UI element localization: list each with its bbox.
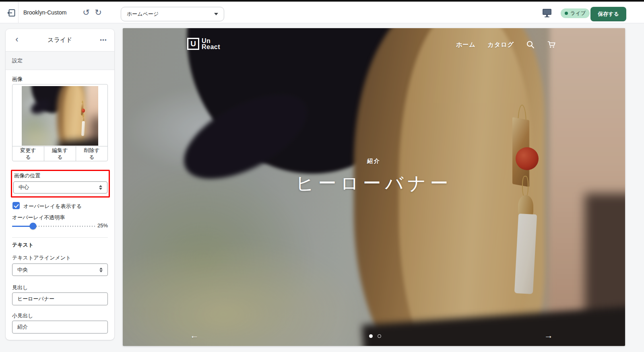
topbar-divider [18, 2, 19, 23]
subheading-field-label: 小見出し [12, 312, 33, 319]
photo-shape-earring-chain [83, 114, 84, 118]
select-updown-icon [99, 185, 102, 190]
overlay-checkbox[interactable] [12, 202, 20, 209]
back-button[interactable]: ‹ [12, 35, 22, 45]
nav-link-home[interactable]: ホーム [456, 41, 476, 49]
overflow-menu-button[interactable]: ⋯ [98, 35, 109, 45]
image-action-buttons: 変更する 編集する 削除する [12, 146, 107, 161]
save-button[interactable]: 保存する [590, 7, 626, 21]
image-change-button[interactable]: 変更する [12, 146, 44, 161]
cart-icon[interactable] [547, 40, 556, 49]
heading-input[interactable] [12, 292, 108, 305]
image-field-label: 画像 [12, 76, 23, 83]
store-nav: ホーム カタログ [456, 40, 556, 49]
prev-arrow-icon: ← [190, 330, 199, 341]
exit-icon [6, 8, 16, 18]
device-preview-button[interactable] [542, 8, 553, 18]
logo-wordmark: Un React [202, 38, 220, 50]
image-position-select[interactable]: 中心 [13, 181, 107, 193]
image-delete-button[interactable]: 削除する [76, 146, 107, 161]
photo-shape-glow [22, 126, 58, 146]
image-thumbnail [22, 86, 98, 146]
slide-next-button[interactable]: → [543, 330, 554, 341]
opacity-slider-thumb[interactable] [29, 223, 36, 230]
image-position-value: 中心 [19, 184, 29, 191]
slide-dots [369, 334, 381, 338]
slide-dot-1[interactable] [369, 334, 373, 338]
redo-icon: ↻ [95, 8, 102, 17]
live-dot-icon [565, 12, 568, 15]
settings-sidebar: ‹ スライド ⋯ 設定 画像 変更する 編集する 削除する 画像の位 [6, 29, 114, 340]
theme-preview: U Un React ホーム カタログ 紹介 ヒーローバナー ← → [123, 28, 625, 346]
hero-heading: ヒーローバナー [123, 171, 625, 196]
image-edit-label: 編集する [51, 147, 69, 161]
exit-editor-button[interactable] [5, 6, 18, 19]
section-divider [12, 237, 108, 238]
search-icon[interactable] [526, 40, 535, 49]
text-alignment-select[interactable]: 中央 [12, 263, 108, 276]
overlay-opacity-slider[interactable] [12, 223, 95, 229]
undo-icon: ↺ [83, 8, 90, 17]
store-logo[interactable]: U Un React [187, 38, 220, 50]
overlay-opacity-label: オーバーレイ不透明率 [12, 214, 65, 221]
redo-button[interactable]: ↻ [93, 7, 104, 18]
image-change-label: 変更する [19, 147, 37, 161]
image-position-label: 画像の位置 [14, 172, 40, 179]
page-selector-dropdown[interactable]: ホームページ [121, 7, 224, 21]
text-alignment-value: 中央 [17, 266, 28, 274]
select-updown-icon [99, 268, 103, 272]
dropdown-caret-icon [214, 13, 218, 15]
subheading-input[interactable] [12, 321, 108, 333]
image-delete-label: 削除する [83, 147, 101, 161]
page-selector-value: ホームページ [127, 10, 159, 18]
back-chevron-icon: ‹ [15, 35, 18, 44]
theme-name: Brooklyn-Custom [23, 2, 66, 23]
text-section-header: テキスト [12, 241, 33, 249]
text-alignment-label: テキストアラインメント [12, 254, 71, 261]
image-media-box: 変更する 編集する 削除する [12, 84, 108, 161]
logo-line2: React [202, 43, 220, 50]
undo-button[interactable]: ↺ [80, 7, 92, 18]
live-status-badge: ライブ [561, 8, 590, 18]
heading-field-label: 見出し [12, 284, 28, 291]
hero-photo [22, 86, 98, 146]
nav-link-catalog[interactable]: カタログ [488, 41, 514, 49]
photo-shape-hair-front [64, 86, 85, 146]
overflow-icon: ⋯ [100, 36, 107, 44]
monitor-icon [542, 8, 552, 18]
hero-text-block: 紹介 ヒーローバナー [123, 158, 625, 196]
logo-mark: U [187, 38, 199, 50]
sidebar-header: ‹ スライド ⋯ [6, 29, 114, 51]
slide-dot-2[interactable] [378, 334, 381, 338]
overlay-checkbox-label: オーバーレイを表示する [23, 203, 82, 210]
topbar: Brooklyn-Custom ↺ ↻ ホームページ ライブ 保存する [0, 2, 644, 23]
overlay-opacity-value: 25% [92, 222, 108, 228]
live-badge-label: ライブ [570, 10, 586, 17]
slide-prev-button[interactable]: ← [189, 330, 200, 341]
image-edit-button[interactable]: 編集する [44, 146, 76, 161]
hero-subheading: 紹介 [123, 158, 625, 165]
settings-section-header: 設定 [6, 51, 114, 70]
image-thumbnail-area [12, 84, 107, 146]
next-arrow-icon: → [544, 330, 553, 341]
